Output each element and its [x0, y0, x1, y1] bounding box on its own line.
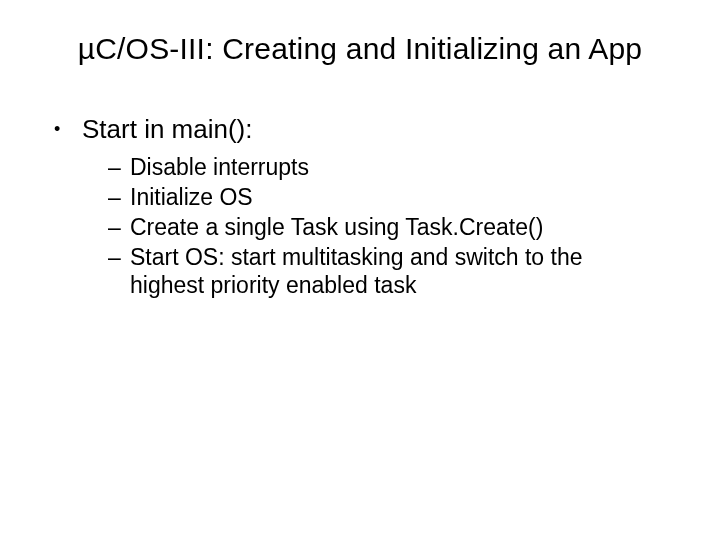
slide-title: µC/OS-III: Creating and Initializing an … — [50, 32, 670, 66]
level2-text: Disable interrupts — [130, 153, 650, 181]
level2-item: – Create a single Task using Task.Create… — [108, 213, 670, 241]
dash-icon: – — [108, 183, 130, 211]
level2-text: Initialize OS — [130, 183, 650, 211]
level1-item: • Start in main(): — [54, 114, 670, 145]
level2-text: Create a single Task using Task.Create() — [130, 213, 650, 241]
slide: µC/OS-III: Creating and Initializing an … — [0, 0, 720, 540]
level2-list: – Disable interrupts – Initialize OS – C… — [108, 153, 670, 299]
dash-icon: – — [108, 213, 130, 241]
level2-item: – Initialize OS — [108, 183, 670, 211]
level2-item: – Start OS: start multitasking and switc… — [108, 243, 670, 299]
level1-text: Start in main(): — [82, 114, 670, 145]
dash-icon: – — [108, 243, 130, 271]
level1-list: • Start in main(): – Disable interrupts … — [54, 114, 670, 299]
level2-text: Start OS: start multitasking and switch … — [130, 243, 650, 299]
bullet-icon: • — [54, 114, 82, 144]
dash-icon: – — [108, 153, 130, 181]
level2-item: – Disable interrupts — [108, 153, 670, 181]
